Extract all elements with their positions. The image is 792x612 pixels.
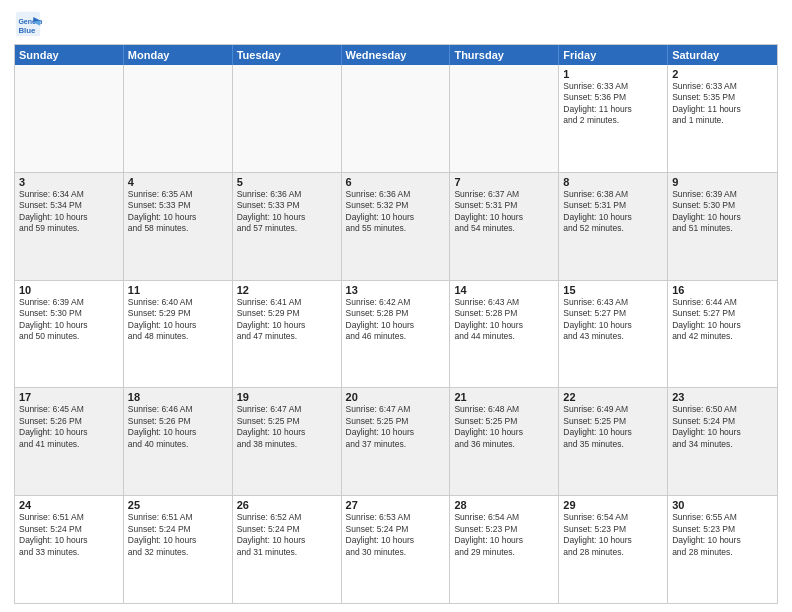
calendar-cell: 23Sunrise: 6:50 AMSunset: 5:24 PMDayligh…	[668, 388, 777, 495]
calendar-cell: 7Sunrise: 6:37 AMSunset: 5:31 PMDaylight…	[450, 173, 559, 280]
header-cell-sunday: Sunday	[15, 45, 124, 65]
calendar-cell: 13Sunrise: 6:42 AMSunset: 5:28 PMDayligh…	[342, 281, 451, 388]
calendar-cell: 16Sunrise: 6:44 AMSunset: 5:27 PMDayligh…	[668, 281, 777, 388]
day-info: Sunrise: 6:47 AMSunset: 5:25 PMDaylight:…	[346, 404, 446, 450]
header-cell-thursday: Thursday	[450, 45, 559, 65]
calendar-body: 1Sunrise: 6:33 AMSunset: 5:36 PMDaylight…	[15, 65, 777, 603]
day-number: 10	[19, 284, 119, 296]
calendar-cell: 29Sunrise: 6:54 AMSunset: 5:23 PMDayligh…	[559, 496, 668, 603]
calendar-cell: 11Sunrise: 6:40 AMSunset: 5:29 PMDayligh…	[124, 281, 233, 388]
calendar-cell	[15, 65, 124, 172]
day-number: 16	[672, 284, 773, 296]
calendar-cell: 1Sunrise: 6:33 AMSunset: 5:36 PMDaylight…	[559, 65, 668, 172]
calendar-cell: 14Sunrise: 6:43 AMSunset: 5:28 PMDayligh…	[450, 281, 559, 388]
calendar-header: SundayMondayTuesdayWednesdayThursdayFrid…	[15, 45, 777, 65]
day-info: Sunrise: 6:41 AMSunset: 5:29 PMDaylight:…	[237, 297, 337, 343]
day-info: Sunrise: 6:43 AMSunset: 5:28 PMDaylight:…	[454, 297, 554, 343]
day-number: 23	[672, 391, 773, 403]
day-number: 14	[454, 284, 554, 296]
calendar-cell: 22Sunrise: 6:49 AMSunset: 5:25 PMDayligh…	[559, 388, 668, 495]
day-number: 20	[346, 391, 446, 403]
day-number: 19	[237, 391, 337, 403]
day-number: 8	[563, 176, 663, 188]
day-number: 15	[563, 284, 663, 296]
calendar-row-1: 1Sunrise: 6:33 AMSunset: 5:36 PMDaylight…	[15, 65, 777, 173]
calendar-cell: 12Sunrise: 6:41 AMSunset: 5:29 PMDayligh…	[233, 281, 342, 388]
day-number: 29	[563, 499, 663, 511]
svg-text:Blue: Blue	[18, 26, 36, 35]
day-info: Sunrise: 6:50 AMSunset: 5:24 PMDaylight:…	[672, 404, 773, 450]
day-info: Sunrise: 6:33 AMSunset: 5:36 PMDaylight:…	[563, 81, 663, 127]
calendar-cell: 30Sunrise: 6:55 AMSunset: 5:23 PMDayligh…	[668, 496, 777, 603]
day-info: Sunrise: 6:48 AMSunset: 5:25 PMDaylight:…	[454, 404, 554, 450]
page-header: General Blue	[14, 10, 778, 38]
header-cell-wednesday: Wednesday	[342, 45, 451, 65]
calendar-cell: 21Sunrise: 6:48 AMSunset: 5:25 PMDayligh…	[450, 388, 559, 495]
calendar-cell: 15Sunrise: 6:43 AMSunset: 5:27 PMDayligh…	[559, 281, 668, 388]
calendar-cell: 25Sunrise: 6:51 AMSunset: 5:24 PMDayligh…	[124, 496, 233, 603]
calendar-cell: 8Sunrise: 6:38 AMSunset: 5:31 PMDaylight…	[559, 173, 668, 280]
day-info: Sunrise: 6:36 AMSunset: 5:32 PMDaylight:…	[346, 189, 446, 235]
calendar-cell: 4Sunrise: 6:35 AMSunset: 5:33 PMDaylight…	[124, 173, 233, 280]
day-info: Sunrise: 6:44 AMSunset: 5:27 PMDaylight:…	[672, 297, 773, 343]
calendar-cell	[233, 65, 342, 172]
calendar-cell: 20Sunrise: 6:47 AMSunset: 5:25 PMDayligh…	[342, 388, 451, 495]
calendar-cell: 19Sunrise: 6:47 AMSunset: 5:25 PMDayligh…	[233, 388, 342, 495]
day-number: 9	[672, 176, 773, 188]
day-number: 26	[237, 499, 337, 511]
day-info: Sunrise: 6:36 AMSunset: 5:33 PMDaylight:…	[237, 189, 337, 235]
day-number: 25	[128, 499, 228, 511]
day-number: 22	[563, 391, 663, 403]
day-number: 1	[563, 68, 663, 80]
day-info: Sunrise: 6:43 AMSunset: 5:27 PMDaylight:…	[563, 297, 663, 343]
header-cell-saturday: Saturday	[668, 45, 777, 65]
day-info: Sunrise: 6:53 AMSunset: 5:24 PMDaylight:…	[346, 512, 446, 558]
day-number: 18	[128, 391, 228, 403]
calendar-cell: 17Sunrise: 6:45 AMSunset: 5:26 PMDayligh…	[15, 388, 124, 495]
calendar-row-4: 17Sunrise: 6:45 AMSunset: 5:26 PMDayligh…	[15, 388, 777, 496]
day-info: Sunrise: 6:51 AMSunset: 5:24 PMDaylight:…	[19, 512, 119, 558]
calendar-cell: 18Sunrise: 6:46 AMSunset: 5:26 PMDayligh…	[124, 388, 233, 495]
day-info: Sunrise: 6:34 AMSunset: 5:34 PMDaylight:…	[19, 189, 119, 235]
day-info: Sunrise: 6:37 AMSunset: 5:31 PMDaylight:…	[454, 189, 554, 235]
calendar-row-3: 10Sunrise: 6:39 AMSunset: 5:30 PMDayligh…	[15, 281, 777, 389]
calendar-cell: 28Sunrise: 6:54 AMSunset: 5:23 PMDayligh…	[450, 496, 559, 603]
logo-icon: General Blue	[14, 10, 42, 38]
day-number: 3	[19, 176, 119, 188]
calendar-cell: 5Sunrise: 6:36 AMSunset: 5:33 PMDaylight…	[233, 173, 342, 280]
day-info: Sunrise: 6:39 AMSunset: 5:30 PMDaylight:…	[672, 189, 773, 235]
day-number: 6	[346, 176, 446, 188]
header-cell-tuesday: Tuesday	[233, 45, 342, 65]
day-info: Sunrise: 6:54 AMSunset: 5:23 PMDaylight:…	[563, 512, 663, 558]
day-info: Sunrise: 6:51 AMSunset: 5:24 PMDaylight:…	[128, 512, 228, 558]
calendar-cell: 27Sunrise: 6:53 AMSunset: 5:24 PMDayligh…	[342, 496, 451, 603]
day-number: 21	[454, 391, 554, 403]
day-info: Sunrise: 6:47 AMSunset: 5:25 PMDaylight:…	[237, 404, 337, 450]
day-info: Sunrise: 6:33 AMSunset: 5:35 PMDaylight:…	[672, 81, 773, 127]
calendar-row-5: 24Sunrise: 6:51 AMSunset: 5:24 PMDayligh…	[15, 496, 777, 603]
day-number: 27	[346, 499, 446, 511]
header-cell-friday: Friday	[559, 45, 668, 65]
calendar: SundayMondayTuesdayWednesdayThursdayFrid…	[14, 44, 778, 604]
day-info: Sunrise: 6:46 AMSunset: 5:26 PMDaylight:…	[128, 404, 228, 450]
day-number: 17	[19, 391, 119, 403]
calendar-cell: 6Sunrise: 6:36 AMSunset: 5:32 PMDaylight…	[342, 173, 451, 280]
calendar-cell: 2Sunrise: 6:33 AMSunset: 5:35 PMDaylight…	[668, 65, 777, 172]
day-number: 5	[237, 176, 337, 188]
day-number: 30	[672, 499, 773, 511]
calendar-cell: 9Sunrise: 6:39 AMSunset: 5:30 PMDaylight…	[668, 173, 777, 280]
day-number: 7	[454, 176, 554, 188]
calendar-cell	[450, 65, 559, 172]
day-number: 11	[128, 284, 228, 296]
calendar-cell: 10Sunrise: 6:39 AMSunset: 5:30 PMDayligh…	[15, 281, 124, 388]
day-number: 12	[237, 284, 337, 296]
day-number: 4	[128, 176, 228, 188]
day-info: Sunrise: 6:45 AMSunset: 5:26 PMDaylight:…	[19, 404, 119, 450]
day-info: Sunrise: 6:38 AMSunset: 5:31 PMDaylight:…	[563, 189, 663, 235]
calendar-row-2: 3Sunrise: 6:34 AMSunset: 5:34 PMDaylight…	[15, 173, 777, 281]
calendar-cell	[342, 65, 451, 172]
day-number: 2	[672, 68, 773, 80]
calendar-cell	[124, 65, 233, 172]
day-info: Sunrise: 6:55 AMSunset: 5:23 PMDaylight:…	[672, 512, 773, 558]
day-number: 28	[454, 499, 554, 511]
